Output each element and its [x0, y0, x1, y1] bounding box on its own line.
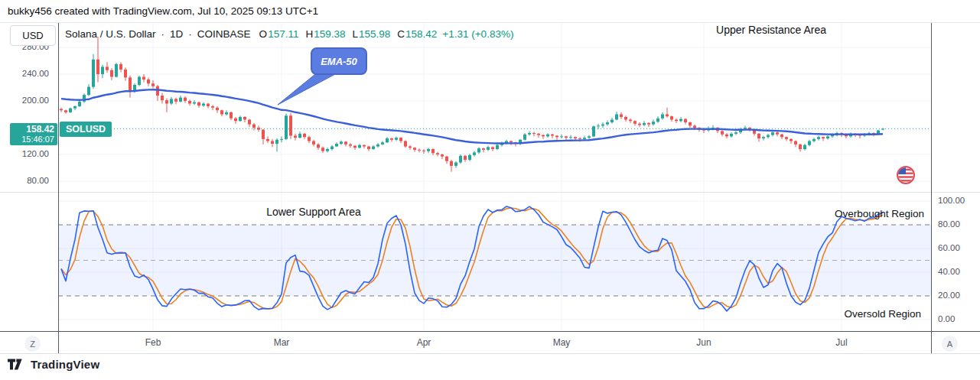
- tradingview-logo-text: TradingView: [31, 358, 99, 371]
- indicator-axis[interactable]: [932, 193, 980, 331]
- ohlc-pair: L155.98: [352, 28, 390, 40]
- time-axis-label: May: [545, 337, 578, 348]
- bar-countdown: 15:46:07: [12, 135, 54, 144]
- price-axis-label: 200.00: [0, 96, 49, 105]
- header-separator: ·: [188, 28, 192, 40]
- overbought-annotation[interactable]: Overbought Region: [809, 208, 924, 219]
- oversold-annotation[interactable]: Oversold Region: [809, 308, 921, 320]
- header-separator: ·: [161, 28, 165, 40]
- usd-flag-icon: [895, 164, 917, 189]
- change-value: +1.31 (+0.83%): [442, 28, 513, 40]
- time-axis-label: Apr: [407, 337, 441, 348]
- tradingview-logo[interactable]: TradingView: [8, 358, 99, 371]
- indicator-axis-label: 100.00: [938, 196, 965, 205]
- indicator-axis-label: 40.00: [938, 267, 960, 276]
- lower-support-annotation[interactable]: Lower Support Area: [237, 206, 390, 218]
- last-price-value: 158.42: [12, 125, 54, 134]
- currency-unit-button[interactable]: USD: [10, 25, 56, 46]
- time-axis-label: Mar: [265, 337, 298, 348]
- symbol-header: Solana / U.S. Dollar · 1D · COINBASE O15…: [65, 28, 513, 40]
- ohlc-pair: O157.11: [259, 28, 299, 40]
- timezone-button[interactable]: Z: [24, 336, 41, 352]
- tradingview-chart-screenshot: bukky456 created with TradingView.com, J…: [0, 0, 980, 380]
- indicator-axis-label: 0.00: [938, 314, 955, 323]
- time-axis-label: Jun: [687, 337, 721, 348]
- ohlc-pair: C158.42: [397, 28, 437, 40]
- exchange-label: COINBASE: [197, 28, 251, 40]
- chart-canvas[interactable]: [0, 0, 980, 380]
- last-price-label: 158.42 15:46:07: [10, 123, 57, 145]
- series-symbol-label: SOLUSD: [60, 122, 112, 137]
- auto-scale-button[interactable]: A: [942, 336, 958, 352]
- symbol-name: Solana / U.S. Dollar: [65, 28, 156, 40]
- tradingview-logo-icon: [8, 359, 26, 370]
- ohlc-pair: H159.38: [305, 28, 345, 40]
- ohlc-values: O157.11H159.38L155.98C158.42: [259, 28, 438, 40]
- time-axis-label: Jul: [825, 337, 858, 348]
- price-axis-label: 80.00: [0, 176, 49, 185]
- indicator-axis-label: 60.00: [938, 243, 960, 252]
- interval-label: 1D: [170, 28, 183, 40]
- attribution-text: bukky456 created with TradingView.com, J…: [8, 5, 318, 17]
- time-axis-label: Feb: [136, 337, 170, 348]
- ema-50-callout[interactable]: EMA-50: [311, 47, 367, 75]
- indicator-axis-label: 20.00: [938, 291, 960, 300]
- price-axis-label: 120.00: [0, 149, 49, 158]
- upper-resistance-annotation[interactable]: Upper Resistance Area: [695, 24, 848, 36]
- indicator-axis-label: 80.00: [938, 219, 960, 229]
- price-axis-label: 240.00: [0, 69, 49, 78]
